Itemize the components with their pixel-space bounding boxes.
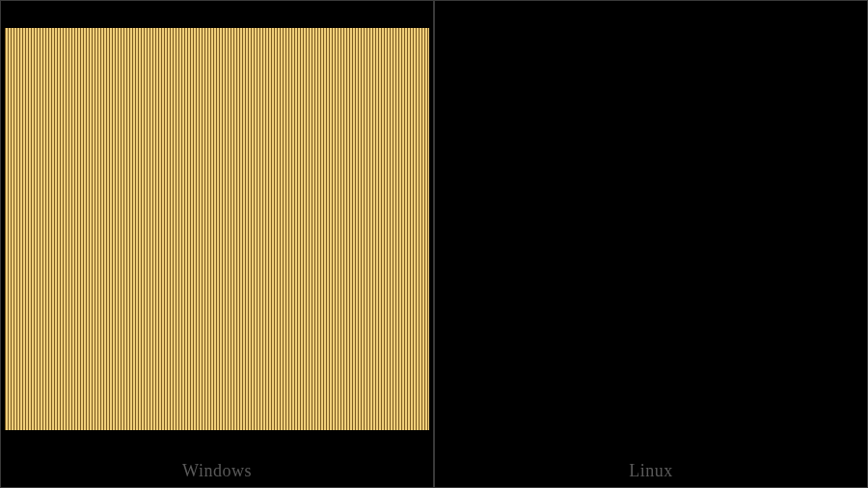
glyph-container-windows [1, 1, 433, 457]
caption-windows: Windows [1, 457, 433, 487]
panel-windows: Windows [0, 0, 434, 488]
glyph-rendering-windows [5, 28, 429, 430]
caption-linux: Linux [435, 457, 867, 487]
glyph-container-linux [435, 1, 867, 457]
panel-linux: Linux [434, 0, 868, 488]
glyph-rendering-linux [439, 28, 863, 430]
